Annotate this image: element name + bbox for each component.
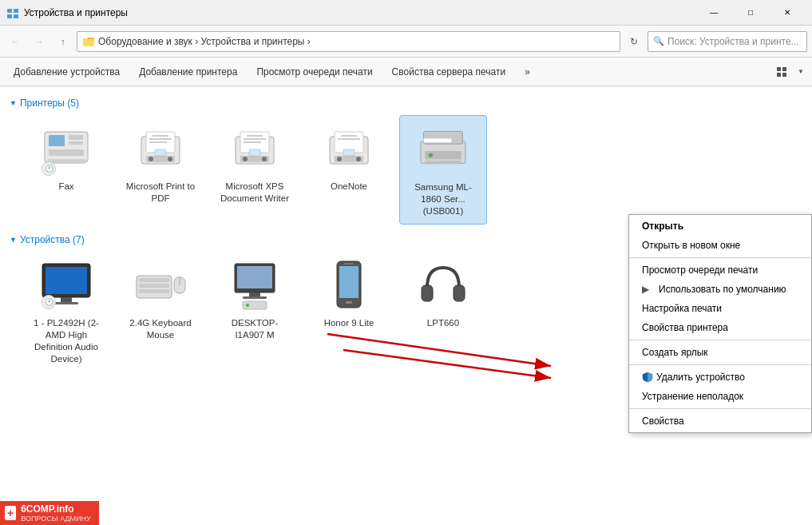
svg-point-37: [356, 157, 361, 161]
svg-point-19: [168, 157, 172, 161]
server-props-button[interactable]: Свойства сервера печати: [383, 61, 515, 83]
svg-rect-8: [782, 73, 786, 77]
watermark-icon: +: [5, 506, 16, 520]
device-item-samsung[interactable]: Samsung ML-1860 Ser... (USB001): [399, 115, 487, 225]
lpt660-icon-container: [415, 258, 471, 314]
menu-divider-2: [629, 340, 811, 340]
svg-point-27: [243, 157, 248, 161]
more-button[interactable]: »: [516, 61, 539, 83]
window-controls: — □ ✕: [695, 0, 806, 26]
menu-item-troubleshoot[interactable]: Устранение неполадок: [629, 387, 811, 406]
desktop-label: DESKTOP-I1A907 M: [217, 317, 292, 341]
grid-view-icon: [776, 66, 787, 78]
window-icon: [6, 6, 19, 19]
svg-rect-32: [249, 149, 260, 156]
shield-icon: [642, 372, 653, 383]
device-item-desktop[interactable]: DESKTOP-I1A907 M: [211, 252, 299, 372]
svg-rect-22: [149, 141, 167, 143]
svg-rect-63: [249, 292, 260, 296]
svg-rect-71: [422, 285, 433, 301]
ms-xps-icon-container: [227, 121, 283, 177]
svg-rect-54: [54, 302, 78, 304]
close-button[interactable]: ✕: [769, 0, 806, 26]
svg-rect-72: [454, 285, 465, 301]
window-title: Устройства и принтеры: [24, 7, 695, 18]
device-item-phone[interactable]: Honor 9 Lite: [305, 252, 393, 372]
menu-item-remove-device[interactable]: Удалить устройство: [629, 368, 811, 387]
device-item-ms-print-pdf[interactable]: Microsoft Print to PDF: [117, 115, 204, 225]
desktop-icon-container: [227, 258, 283, 314]
minimize-button[interactable]: —: [695, 0, 732, 26]
main-content: ▼ Принтеры (5) 🕐 Fax: [0, 86, 812, 525]
device-item-monitor[interactable]: 🕐 1 - PL2492H (2-AMD High Definition Aud…: [22, 252, 110, 372]
device-item-keyboard[interactable]: 2.4G Keyboard Mouse: [117, 252, 204, 372]
svg-rect-31: [244, 141, 261, 143]
svg-rect-3: [14, 14, 18, 18]
ms-xps-icon: [229, 125, 280, 173]
back-button[interactable]: ←: [5, 31, 26, 52]
device-item-fax[interactable]: 🕐 Fax: [22, 115, 110, 225]
menu-item-open[interactable]: Открыть: [629, 217, 811, 236]
add-printer-button[interactable]: Добавление принтера: [130, 61, 246, 83]
svg-rect-70: [344, 263, 354, 264]
samsung-icon: [415, 122, 471, 178]
watermark-site: 6COMP.info: [21, 503, 91, 515]
maximize-button[interactable]: □: [732, 0, 769, 26]
refresh-button[interactable]: ↻: [624, 31, 644, 52]
forward-button[interactable]: →: [29, 31, 50, 52]
svg-rect-57: [139, 284, 169, 288]
samsung-icon-container: [415, 122, 471, 178]
toolbar: Добавление устройства Добавление принтер…: [0, 58, 812, 86]
device-item-lpt660[interactable]: LPT660: [399, 252, 487, 372]
devices-chevron: ▼: [10, 236, 17, 244]
device-item-ms-xps[interactable]: Microsoft XPS Document Writer: [211, 115, 299, 225]
menu-divider-4: [629, 408, 811, 409]
menu-item-set-default[interactable]: ▶ Использовать по умолчанию: [629, 280, 811, 299]
watermark-text-container: 6COMP.info ВОПРОСЫ АДМИНУ: [21, 503, 91, 523]
menu-item-create-shortcut[interactable]: Создать ярлык: [629, 343, 811, 362]
svg-rect-23: [155, 149, 166, 156]
svg-rect-69: [346, 301, 352, 304]
svg-point-66: [246, 304, 249, 307]
address-bar: ← → ↑ Оборудование и звук › Устройства и…: [0, 26, 812, 58]
ms-print-pdf-label: Microsoft Print to PDF: [123, 181, 198, 205]
svg-rect-7: [777, 73, 781, 77]
svg-rect-5: [777, 67, 781, 71]
search-box[interactable]: 🔍 Поиск: Устройства и принте...: [648, 31, 807, 52]
svg-rect-58: [139, 289, 169, 293]
menu-item-open-new[interactable]: Открыть в новом окне: [629, 236, 811, 255]
device-item-onenote[interactable]: OneNote: [305, 115, 393, 225]
printers-section-header[interactable]: ▼ Принтеры (5): [10, 97, 802, 109]
phone-label: Honor 9 Lite: [324, 317, 374, 329]
svg-rect-40: [343, 149, 355, 156]
phone-icon-container: [321, 258, 377, 314]
svg-rect-53: [61, 297, 72, 302]
svg-rect-4: [83, 38, 94, 46]
context-menu: Открыть Открыть в новом окне Просмотр оч…: [628, 214, 812, 433]
view-queue-button[interactable]: Просмотр очереди печати: [248, 61, 381, 83]
view-dropdown-button[interactable]: ▼: [794, 61, 807, 83]
menu-item-properties[interactable]: Свойства: [629, 412, 811, 431]
menu-item-print-settings[interactable]: Настройка печати: [629, 299, 811, 318]
up-button[interactable]: ↑: [53, 31, 73, 52]
menu-divider-3: [629, 364, 811, 365]
svg-rect-12: [69, 135, 83, 140]
onenote-icon-container: [321, 121, 377, 177]
svg-rect-0: [7, 9, 12, 13]
svg-rect-43: [424, 138, 452, 142]
menu-item-printer-props[interactable]: Свойства принтера: [629, 318, 811, 337]
printers-chevron: ▼: [10, 99, 17, 107]
address-path[interactable]: Оборудование и звук › Устройства и принт…: [77, 31, 620, 52]
fax-icon-container: 🕐: [38, 121, 94, 177]
svg-rect-47: [425, 161, 461, 164]
menu-item-view-queue[interactable]: Просмотр очереди печати: [629, 261, 811, 280]
svg-point-45: [429, 153, 433, 157]
title-bar: Устройства и принтеры — □ ✕: [0, 0, 812, 26]
add-device-button[interactable]: Добавление устройства: [5, 61, 129, 83]
folder-icon: [82, 35, 95, 48]
printers-grid: 🕐 Fax Microsoft Print to PDF: [10, 115, 802, 225]
svg-point-18: [149, 157, 153, 161]
svg-rect-38: [341, 135, 357, 137]
ms-xps-label: Microsoft XPS Document Writer: [217, 181, 292, 205]
view-mode-button[interactable]: [770, 61, 793, 83]
